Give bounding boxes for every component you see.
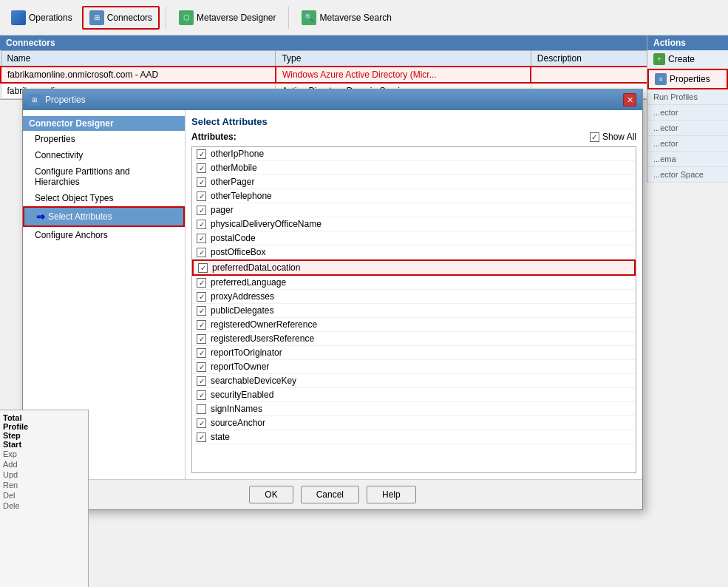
- toolbar-divider-2: [288, 7, 289, 29]
- attr-label: preferredLanguage: [211, 277, 286, 288]
- attr-item-registeredOwnerReference[interactable]: registeredOwnerReference: [192, 318, 636, 332]
- attr-item-otherPager[interactable]: otherPager: [192, 175, 636, 189]
- attr-label: physicalDeliveryOfficeName: [211, 219, 322, 229]
- attr-item-publicDelegates[interactable]: publicDelegates: [192, 304, 636, 318]
- attr-checkbox[interactable]: [197, 334, 206, 344]
- action-item-3[interactable]: ...ector: [647, 136, 728, 152]
- del-row: Del: [3, 490, 85, 501]
- attr-item-otherIpPhone[interactable]: otherIpPhone: [192, 147, 636, 161]
- attr-item-signInNames[interactable]: signInNames: [192, 402, 636, 416]
- ok-button[interactable]: OK: [249, 486, 293, 503]
- attr-label: otherMobile: [211, 163, 257, 173]
- attr-item-pager[interactable]: pager: [192, 203, 636, 217]
- nav-item-select-attributes[interactable]: ⇒ Select Attributes: [23, 206, 185, 227]
- attr-checkbox[interactable]: [197, 404, 206, 414]
- attr-checkbox[interactable]: [197, 432, 206, 442]
- attr-item-state[interactable]: state: [192, 430, 636, 444]
- nav-item-connectivity[interactable]: Connectivity: [23, 147, 185, 163]
- attr-checkbox[interactable]: [197, 418, 206, 428]
- attr-checkbox[interactable]: [198, 263, 208, 273]
- dialog-title-text: Properties: [45, 95, 86, 105]
- attributes-list[interactable]: otherIpPhone otherMobile otherPager othe…: [191, 146, 636, 473]
- attr-checkbox[interactable]: [197, 320, 206, 330]
- create-label: Create: [668, 54, 695, 64]
- dialog-title-icon: ⊞: [29, 94, 41, 106]
- dialog-close-button[interactable]: ✕: [623, 93, 636, 106]
- nav-item-properties[interactable]: Properties: [23, 131, 185, 147]
- action-item-4[interactable]: ...ema: [647, 152, 728, 167]
- help-button[interactable]: Help: [367, 486, 416, 503]
- attr-checkbox[interactable]: [197, 234, 206, 243]
- attr-item-proxyAddresses[interactable]: proxyAddresses: [192, 290, 636, 304]
- nav-item-partitions[interactable]: Configure Partitions and Hierarchies: [23, 163, 185, 190]
- show-all-checkbox[interactable]: [590, 132, 599, 142]
- nav-item-object-types[interactable]: Select Object Types: [23, 190, 185, 206]
- attr-item-securityEnabled[interactable]: securityEnabled: [192, 388, 636, 402]
- nav-label-partitions: Configure Partitions and Hierarchies: [35, 166, 173, 187]
- attr-item-searchableDeviceKey[interactable]: searchableDeviceKey: [192, 374, 636, 388]
- nav-label-connectivity: Connectivity: [35, 150, 83, 160]
- properties-icon: ≡: [655, 73, 667, 85]
- metaverse-designer-button[interactable]: ⬡ Metaverse Designer: [172, 7, 282, 29]
- attr-checkbox[interactable]: [197, 292, 206, 302]
- table-row[interactable]: fabrikamonline.onmicrosoft.com - AAD Win…: [1, 67, 727, 83]
- show-all-label: Show All: [602, 132, 636, 142]
- connectors-button[interactable]: ⊞ Connectors: [82, 6, 160, 30]
- attr-checkbox[interactable]: [197, 390, 206, 400]
- connectors-icon: ⊞: [89, 10, 104, 25]
- attr-item-postalCode[interactable]: postalCode: [192, 231, 636, 245]
- attr-label: state: [211, 432, 230, 442]
- attr-item-reportToOriginator[interactable]: reportToOriginator: [192, 346, 636, 360]
- show-all-checkbox-container[interactable]: Show All: [590, 132, 636, 142]
- attr-label: otherPager: [211, 177, 254, 187]
- attr-item-reportToOwner[interactable]: reportToOwner: [192, 360, 636, 374]
- attr-checkbox[interactable]: [197, 177, 206, 187]
- metaverse-search-button[interactable]: 🔍 Metaverse Search: [295, 7, 398, 29]
- operations-label: Operations: [29, 13, 72, 23]
- attr-checkbox[interactable]: [197, 163, 206, 173]
- dialog-content: Select Attributes Attributes: Show All o…: [186, 110, 642, 479]
- attr-label: postOfficeBox: [211, 247, 265, 257]
- attr-item-otherTelephone[interactable]: otherTelephone: [192, 189, 636, 203]
- action-item-1[interactable]: ...ector: [647, 105, 728, 121]
- create-action-button[interactable]: + Create: [647, 50, 728, 69]
- attr-item-otherMobile[interactable]: otherMobile: [192, 161, 636, 175]
- metaverse-designer-label: Metaverse Designer: [197, 13, 276, 23]
- attributes-toolbar: Attributes: Show All: [191, 132, 636, 142]
- attr-checkbox[interactable]: [197, 149, 206, 159]
- attr-checkbox[interactable]: [197, 191, 206, 201]
- attr-checkbox[interactable]: [197, 376, 206, 386]
- upd-row: Upd: [3, 469, 85, 480]
- operations-button[interactable]: Operations: [4, 7, 79, 29]
- dialog-titlebar: ⊞ Properties ✕: [23, 89, 642, 110]
- nav-label-properties: Properties: [35, 134, 75, 144]
- attr-item-preferredLanguage[interactable]: preferredLanguage: [192, 276, 636, 290]
- action-item-5[interactable]: ...ector Space: [647, 167, 728, 183]
- attr-checkbox[interactable]: [197, 248, 206, 257]
- attr-item-physicalDeliveryOfficeName[interactable]: physicalDeliveryOfficeName: [192, 217, 636, 231]
- connectors-label: Connectors: [107, 13, 152, 23]
- nav-label-select-attributes: Select Attributes: [48, 211, 112, 222]
- nav-item-anchors[interactable]: Configure Anchors: [23, 227, 185, 243]
- attr-checkbox[interactable]: [197, 206, 206, 215]
- attr-item-registeredUsersReference[interactable]: registeredUsersReference: [192, 332, 636, 346]
- actions-panel: Actions + Create ≡ Properties Run Profil…: [647, 35, 728, 183]
- attr-item-postOfficeBox[interactable]: postOfficeBox: [192, 245, 636, 259]
- exp-row: Exp: [3, 449, 85, 459]
- attr-item-preferredDataLocation[interactable]: preferredDataLocation: [192, 259, 636, 276]
- attr-checkbox[interactable]: [197, 348, 206, 358]
- run-profiles-item[interactable]: Run Profiles: [647, 89, 728, 105]
- cancel-button[interactable]: Cancel: [301, 486, 359, 503]
- attr-checkbox[interactable]: [197, 278, 206, 288]
- properties-action-button[interactable]: ≡ Properties: [647, 69, 728, 89]
- actions-header: Actions: [647, 35, 728, 50]
- attr-item-sourceAnchor[interactable]: sourceAnchor: [192, 416, 636, 430]
- attr-checkbox[interactable]: [197, 220, 206, 229]
- ren-row: Ren: [3, 480, 85, 490]
- attr-label: searchableDeviceKey: [211, 376, 296, 386]
- add-row: Add: [3, 459, 85, 469]
- attr-checkbox[interactable]: [197, 362, 206, 372]
- attr-label: securityEnabled: [211, 390, 273, 400]
- action-item-2[interactable]: ...ector: [647, 121, 728, 136]
- attr-checkbox[interactable]: [197, 306, 206, 316]
